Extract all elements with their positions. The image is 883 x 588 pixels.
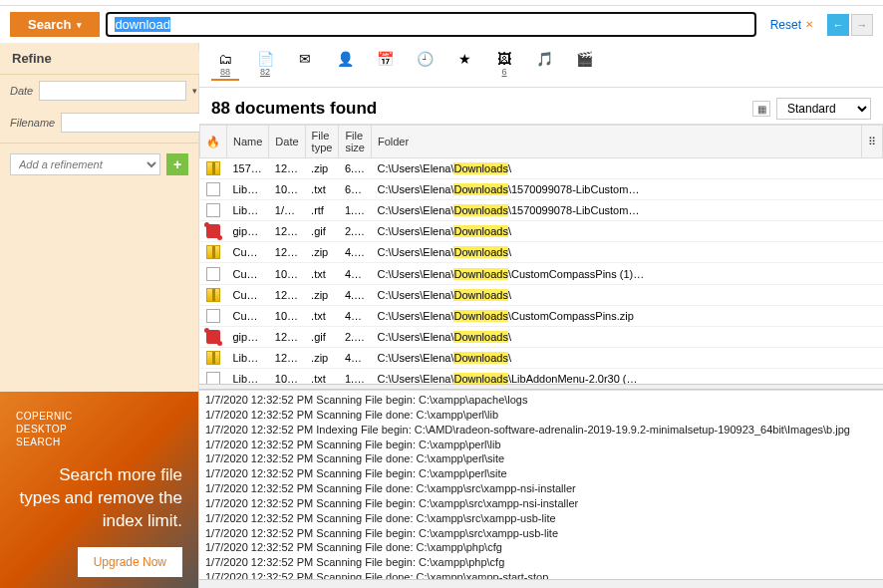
reset-link[interactable]: Reset ✕ [770, 18, 813, 32]
column-config-icon[interactable]: ⠿ [862, 126, 883, 158]
docs-tab[interactable]: 📄82 [251, 49, 279, 79]
cell-type: .zip [305, 158, 339, 179]
cell-name: CustomCompassPins (1).zip [227, 242, 269, 263]
cell-name: 1570099078-LibCustomMen… [227, 158, 269, 179]
table-row[interactable]: 1570099078-LibCustomMen… 12/27/2019 7:28… [200, 158, 883, 179]
zip-file-icon [206, 161, 220, 175]
cell-date: 10/3/2019 12:11:04… [269, 179, 305, 200]
mail-tab[interactable]: ✉ [291, 49, 319, 69]
cell-date: 12/27/2019 7:28:39… [269, 158, 305, 179]
filter-label: Filename [10, 117, 55, 129]
table-row[interactable]: LibCustomMenu\Unlicense.rtf 1/25/2018 12… [200, 200, 883, 221]
cell-date: 10/24/2018 1:11:26… [269, 263, 305, 284]
upgrade-brand: COPERNIC DESKTOP SEARCH [16, 410, 182, 448]
cell-folder: C:\Users\Elena\Downloads\ [371, 347, 861, 368]
video-tab[interactable]: 🎬 [570, 49, 598, 69]
add-refinement-select[interactable]: Add a refinement [10, 153, 160, 175]
column-file-type[interactable]: File type [305, 126, 339, 158]
gif-file-icon [206, 330, 220, 344]
log-line: 1/7/2020 12:32:52 PM Scanning File done:… [205, 570, 877, 579]
log-panel[interactable]: 1/7/2020 12:32:52 PM Scanning File begin… [199, 390, 883, 579]
filter-filename-input[interactable] [61, 113, 208, 133]
cell-date: 1/25/2018 12:06:16… [269, 200, 305, 221]
column-date[interactable]: Date [269, 126, 305, 158]
cell-date: 12/18/2019 10:11:2… [269, 326, 305, 347]
cell-size: 471 Bytes [339, 263, 372, 284]
cell-size: 6.92 KB [339, 158, 372, 179]
cell-date: 12/30/2019 11:06:5… [269, 347, 305, 368]
video-icon: 🎬 [576, 51, 592, 67]
tab-count: 6 [501, 67, 506, 77]
table-row[interactable]: CustomCompassPins\Custo… 10/24/2018 1:11… [200, 263, 883, 284]
tab-count: 88 [220, 67, 230, 77]
add-refinement-button[interactable]: + [166, 153, 188, 175]
filter-label: Date [10, 85, 33, 97]
music-icon: 🎵 [536, 51, 552, 67]
upgrade-button[interactable]: Upgrade Now [78, 547, 182, 577]
nav-forward-button[interactable]: → [851, 14, 873, 36]
cell-name: giphy1970407833.gif [227, 326, 269, 347]
nav-back-button[interactable]: ← [827, 14, 849, 36]
cell-folder: C:\Users\Elena\Downloads\ [371, 284, 861, 305]
history-tab[interactable]: 🕘 [411, 49, 439, 69]
cell-folder: C:\Users\Elena\Downloads\ [371, 158, 861, 179]
category-toolbar: 🗂88📄82✉👤📅🕘★🖼6🎵🎬 [199, 43, 883, 88]
cell-date: 12/27/2019 7:29:32… [269, 284, 305, 305]
log-line: 1/7/2020 12:32:52 PM Scanning File begin… [205, 466, 877, 481]
cell-type: .txt [305, 179, 339, 200]
music-tab[interactable]: 🎵 [530, 49, 558, 69]
search-input[interactable] [106, 12, 755, 37]
cell-folder: C:\Users\Elena\Downloads\1570099078-LibC… [371, 179, 861, 200]
column-file-size[interactable]: File size [339, 126, 372, 158]
table-row[interactable]: LibAddonMenu-2.0\LibAddo… 10/20/2019 7:4… [200, 368, 883, 384]
refine-tab[interactable]: Refine [0, 43, 199, 75]
horizontal-scrollbar[interactable] [199, 579, 883, 588]
view-grid-icon[interactable]: ▦ [752, 101, 770, 117]
log-line: 1/7/2020 12:32:52 PM Scanning File done:… [205, 451, 877, 466]
cell-type: .zip [305, 284, 339, 305]
files-icon: 🗂 [217, 51, 233, 67]
cell-name: CustomCompassPins.zip [227, 284, 269, 305]
table-row[interactable]: giphy1970407833.gif 12/18/2019 10:11:2… … [200, 326, 883, 347]
cell-name: LibAddonMenu-2.0\LibAddo… [227, 368, 269, 384]
cell-type: .txt [305, 305, 339, 326]
favorite-tab[interactable]: ★ [450, 49, 478, 69]
cell-folder: C:\Users\Elena\Downloads\ [371, 242, 861, 263]
txt-file-icon [206, 372, 220, 384]
cell-size: 471 Bytes [339, 305, 372, 326]
log-line: 1/7/2020 12:32:52 PM Scanning File begin… [205, 496, 877, 511]
zip-file-icon [206, 351, 220, 365]
cell-folder: C:\Users\Elena\Downloads\CustomCompassPi… [371, 263, 861, 284]
search-bar: Search Reset ✕ ← → [0, 6, 883, 43]
table-row[interactable]: LibAddonMenu-2.0r30 (3).zip 12/30/2019 1… [200, 347, 883, 368]
column-folder[interactable]: Folder [371, 126, 861, 158]
cell-size: 4.18 KB [339, 284, 372, 305]
log-line: 1/7/2020 12:32:52 PM Scanning File begin… [205, 438, 877, 452]
table-row[interactable]: CustomCompassPins (1).zip 12/27/2019 7:3… [200, 242, 883, 263]
table-row[interactable]: CustomCompassPins\Custo… 10/24/2018 1:11… [200, 305, 883, 326]
cell-type: .gif [305, 221, 339, 242]
table-row[interactable]: CustomCompassPins.zip 12/27/2019 7:29:32… [200, 284, 883, 305]
chevron-down-icon[interactable]: ▾ [192, 86, 197, 96]
txt-file-icon [206, 309, 220, 323]
txt-file-icon [206, 267, 220, 281]
filter-date-input[interactable] [39, 81, 186, 101]
column-name[interactable]: Name [227, 126, 269, 158]
view-mode-select[interactable]: Standard [776, 98, 871, 120]
table-row[interactable]: LibCustomMenu\LibCustom… 10/3/2019 12:11… [200, 179, 883, 200]
contact-tab[interactable]: 👤 [331, 49, 359, 69]
relevance-column[interactable]: 🔥 [200, 126, 227, 158]
log-line: 1/7/2020 12:32:52 PM Scanning File begin… [205, 526, 877, 541]
log-line: 1/7/2020 12:32:52 PM Scanning File done:… [205, 481, 877, 496]
cell-date: 12/18/2019 10:10:5… [269, 221, 305, 242]
upgrade-panel: COPERNIC DESKTOP SEARCH Search more file… [0, 392, 198, 588]
table-row[interactable]: giphy158058296.gif 12/18/2019 10:10:5… .… [200, 221, 883, 242]
cell-type: .rtf [305, 200, 339, 221]
picture-tab[interactable]: 🖼6 [490, 49, 518, 79]
cell-name: CustomCompassPins\Custo… [227, 305, 269, 326]
files-tab[interactable]: 🗂88 [211, 49, 239, 81]
calendar-tab[interactable]: 📅 [371, 49, 399, 69]
search-button[interactable]: Search [10, 12, 100, 37]
picture-icon: 🖼 [496, 51, 512, 67]
mail-icon: ✉ [297, 51, 313, 67]
